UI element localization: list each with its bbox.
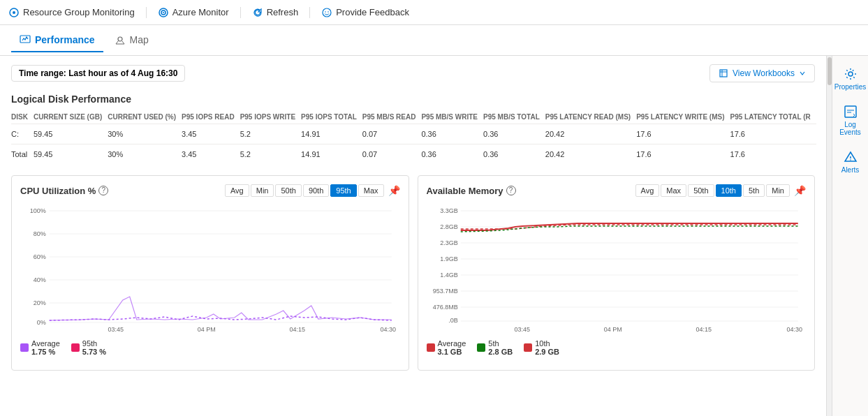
disk-cell-1: 59.45 [34, 144, 108, 165]
sidebar-properties-button[interactable]: Properties [834, 61, 867, 96]
time-range-label: Time range: [19, 68, 66, 78]
log-events-icon [844, 105, 858, 119]
memory-pin-icon[interactable]: 📌 [794, 185, 806, 196]
col-p95-lat-read: P95 LATENCY READ (ms) [545, 110, 636, 124]
svg-text:20%: 20% [34, 299, 46, 306]
disk-cell-0: C: [11, 124, 34, 144]
charts-row: CPU Utilization % ? AvgMin50th90th95thMa… [11, 175, 815, 371]
cpu-btn-90th[interactable]: 90th [303, 184, 329, 197]
svg-point-5 [323, 8, 331, 17]
sidebar-log-events-button[interactable]: Log Events [834, 99, 867, 142]
disk-cell-1: 59.45 [34, 124, 108, 144]
scroll-track[interactable] [826, 56, 832, 416]
cpu-btn-95th[interactable]: 95th [330, 184, 356, 197]
scroll-thumb[interactable] [827, 57, 832, 85]
view-workbooks-button[interactable]: View Workbooks [709, 64, 815, 82]
svg-text:476.8MB: 476.8MB [432, 304, 457, 311]
cpu-btn-min[interactable]: Min [251, 184, 274, 197]
disk-table-row: C:59.4530%3.455.214.910.070.360.3620.421… [11, 124, 816, 144]
svg-point-50 [850, 159, 851, 161]
svg-text:100%: 100% [30, 207, 46, 214]
time-range-bar: Time range: Last hour as of 4 Aug 16:30 … [11, 64, 815, 82]
disk-cell-2: 30% [108, 144, 182, 165]
top-nav: Resource Group Monitoring Azure Monitor … [0, 0, 868, 25]
memory-btn-min[interactable]: Min [766, 184, 790, 197]
nav-provide-feedback[interactable]: Provide Feedback [321, 7, 409, 18]
content-area: Time range: Last hour as of 4 Aug 16:30 … [0, 56, 826, 416]
disk-cell-7: 0.36 [421, 144, 483, 165]
svg-text:04:15: 04:15 [289, 326, 305, 332]
cpu-btn-max[interactable]: Max [358, 184, 384, 197]
cpu-chart-title: CPU Utilization % [20, 186, 96, 196]
memory-btn-10th[interactable]: 10th [716, 184, 742, 197]
svg-rect-10 [720, 70, 727, 77]
nav-refresh-label: Refresh [267, 7, 299, 17]
col-p95-lat-total: P95 LATENCY TOTAL (r [730, 110, 816, 124]
svg-text:40%: 40% [34, 276, 46, 283]
svg-text:1.4GB: 1.4GB [440, 272, 458, 278]
tab-performance[interactable]: Performance [11, 29, 103, 52]
disk-cell-5: 14.91 [301, 144, 362, 165]
memory-legend-item: 10th2.9 GB [524, 339, 559, 356]
col-p95-iops-read: P95 IOPs READ [182, 110, 240, 124]
memory-btn-max[interactable]: Max [661, 184, 686, 197]
disk-cell-4: 5.2 [240, 144, 301, 165]
time-range-button[interactable]: Time range: Last hour as of 4 Aug 16:30 [11, 65, 185, 82]
nav-sep-2 [240, 7, 241, 18]
feedback-icon [321, 7, 332, 18]
svg-text:03:45: 03:45 [108, 326, 124, 332]
nav-resource-group[interactable]: Resource Group Monitoring [8, 7, 135, 18]
svg-text:04:15: 04:15 [696, 326, 712, 332]
cpu-info-icon[interactable]: ? [98, 186, 108, 195]
memory-legend-item: Average3.1 GB [427, 339, 466, 356]
properties-icon [844, 67, 858, 81]
disk-cell-6: 0.07 [362, 144, 422, 165]
sidebar-alerts-button[interactable]: Alerts [834, 144, 867, 179]
col-p95-mbs-total: P95 MB/s TOTAL [483, 110, 545, 124]
view-workbooks-label: View Workbooks [733, 68, 795, 78]
memory-btn-avg[interactable]: Avg [635, 184, 660, 197]
svg-text:03:45: 03:45 [514, 326, 530, 332]
memory-chart-controls: AvgMax50th10th5thMin 📌 [635, 184, 806, 197]
svg-point-7 [328, 11, 329, 13]
memory-chart-header: Available Memory ? AvgMax50th10th5thMin … [427, 184, 807, 197]
memory-chart-legend: Average3.1 GB5th2.8 GB10th2.9 GB [427, 339, 807, 356]
refresh-icon [252, 7, 263, 18]
disk-cell-8: 0.36 [483, 144, 545, 165]
svg-point-4 [163, 12, 164, 13]
main-content: Time range: Last hour as of 4 Aug 16:30 … [0, 56, 868, 416]
svg-text:04 PM: 04 PM [603, 326, 621, 332]
svg-text:0%: 0% [37, 319, 46, 326]
cpu-btn-avg[interactable]: Avg [225, 184, 249, 197]
map-tab-icon [115, 34, 126, 45]
nav-azure-monitor-label: Azure Monitor [172, 7, 229, 17]
svg-text:80%: 80% [34, 230, 46, 237]
cpu-pin-icon[interactable]: 📌 [388, 185, 400, 196]
cpu-btn-50th[interactable]: 50th [275, 184, 301, 197]
memory-chart-title-area: Available Memory ? [427, 186, 516, 196]
nav-azure-monitor[interactable]: Azure Monitor [158, 7, 229, 18]
col-disk: DISK [11, 110, 34, 124]
memory-info-icon[interactable]: ? [506, 186, 516, 195]
disk-cell-3: 3.45 [182, 144, 240, 165]
svg-text:1.9GB: 1.9GB [440, 255, 458, 262]
tab-map[interactable]: Map [106, 29, 157, 52]
svg-text:3.3GB: 3.3GB [440, 207, 458, 214]
col-p95-lat-write: P95 LATENCY WRITE (ms) [636, 110, 730, 124]
memory-chart-panel: Available Memory ? AvgMax50th10th5thMin … [418, 175, 816, 371]
memory-btn-5th[interactable]: 5th [743, 184, 765, 197]
disk-table: DISK CURRENT SIZE (GB) CURRENT USED (%) … [11, 110, 816, 164]
nav-refresh[interactable]: Refresh [252, 7, 299, 18]
svg-text:2.8GB: 2.8GB [440, 223, 458, 230]
tab-performance-label: Performance [35, 34, 95, 45]
svg-text:.0B: .0B [448, 317, 458, 324]
cpu-chart-legend: Average1.75 %95th5.73 % [20, 339, 400, 356]
disk-cell-11: 17.6 [730, 124, 816, 144]
disk-cell-7: 0.36 [421, 124, 483, 144]
memory-btn-50th[interactable]: 50th [688, 184, 714, 197]
disk-table-row: Total59.4530%3.455.214.910.070.360.3620.… [11, 144, 816, 165]
disk-cell-10: 17.6 [636, 124, 730, 144]
memory-legend-item: 5th2.8 GB [477, 339, 513, 356]
svg-point-6 [325, 11, 326, 13]
performance-tab-icon [20, 34, 31, 45]
